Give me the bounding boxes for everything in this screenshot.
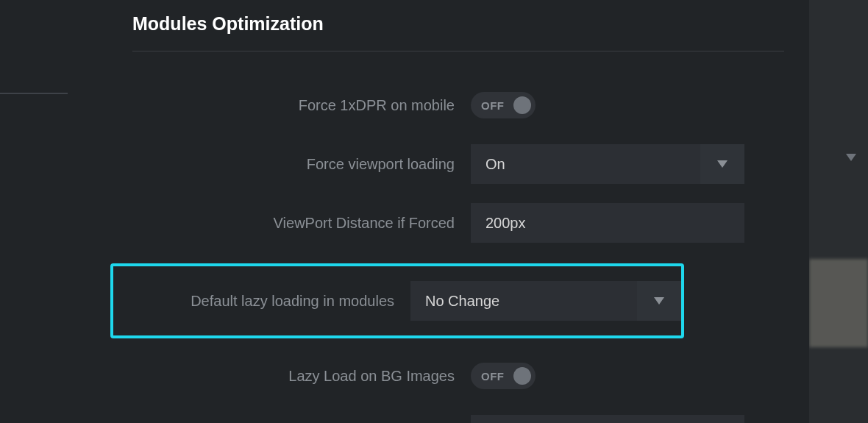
svg-marker-2 xyxy=(846,154,856,161)
row-viewport-distance: ViewPort Distance if Forced xyxy=(132,205,780,241)
toggle-knob-icon xyxy=(513,367,531,385)
input-third-party[interactable] xyxy=(471,415,744,423)
svg-marker-1 xyxy=(654,297,664,305)
label-lazy-bg: Lazy Load on BG Images xyxy=(132,368,471,385)
svg-marker-0 xyxy=(717,160,728,168)
select-force-viewport-value: On xyxy=(471,144,700,184)
select-default-lazy-value: No Change xyxy=(410,281,637,321)
select-default-lazy[interactable]: No Change xyxy=(410,281,681,321)
row-force-dpr: Force 1xDPR on mobile OFF xyxy=(132,87,780,124)
select-force-viewport[interactable]: On xyxy=(471,144,744,184)
label-force-dpr: Force 1xDPR on mobile xyxy=(132,97,471,114)
left-marker xyxy=(0,93,68,94)
fields-container: Force 1xDPR on mobile OFF Force viewport… xyxy=(132,51,780,423)
toggle-force-dpr[interactable]: OFF xyxy=(471,92,536,118)
label-default-lazy: Default lazy loading in modules xyxy=(132,293,410,310)
row-force-viewport: Force viewport loading On xyxy=(132,146,780,182)
row-third-party: Third-party lazy loading data xyxy=(132,416,780,423)
label-viewport-distance: ViewPort Distance if Forced xyxy=(132,215,471,232)
toggle-lazy-bg-state: OFF xyxy=(481,370,505,383)
toggle-force-dpr-state: OFF xyxy=(481,99,505,112)
toggle-lazy-bg[interactable]: OFF xyxy=(471,363,536,389)
right-backdrop xyxy=(809,0,868,423)
row-default-lazy-highlighted: Default lazy loading in modules No Chang… xyxy=(110,263,684,338)
input-viewport-distance[interactable] xyxy=(471,203,744,243)
label-force-viewport: Force viewport loading xyxy=(132,156,471,173)
settings-panel: Modules Optimization Force 1xDPR on mobi… xyxy=(0,0,809,423)
chevron-down-icon xyxy=(700,144,744,184)
chevron-down-icon xyxy=(846,151,856,164)
toggle-knob-icon xyxy=(513,96,531,114)
row-lazy-bg: Lazy Load on BG Images OFF xyxy=(132,358,780,394)
section-title: Modules Optimization xyxy=(132,0,780,51)
chevron-down-icon xyxy=(637,281,681,321)
